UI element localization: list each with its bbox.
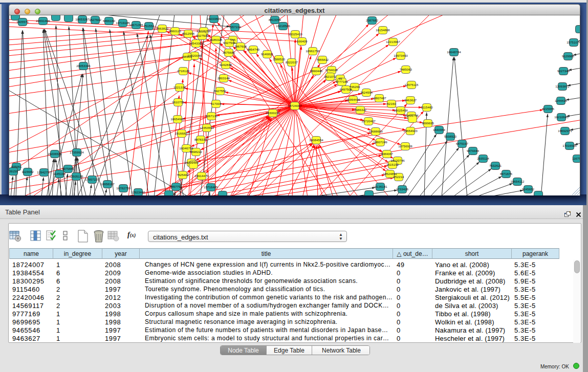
svg-text:252214: 252214	[394, 175, 404, 179]
svg-text:9115460: 9115460	[421, 105, 433, 109]
svg-text:9463627: 9463627	[404, 98, 417, 102]
svg-text:10719185: 10719185	[116, 21, 130, 25]
svg-text:19692971: 19692971	[558, 129, 572, 133]
svg-text:25495796: 25495796	[404, 114, 419, 117]
svg-text:7632621: 7632621	[489, 164, 502, 167]
svg-text:9327505: 9327505	[196, 34, 209, 37]
svg-text:9227349: 9227349	[557, 69, 570, 73]
svg-text:10543382: 10543382	[189, 41, 203, 45]
svg-text:39159: 39159	[9, 169, 18, 173]
svg-text:9242848: 9242848	[220, 63, 232, 67]
svg-text:1733426: 1733426	[396, 187, 409, 191]
svg-text:12505135: 12505135	[69, 174, 83, 178]
svg-text:14136141: 14136141	[373, 185, 387, 188]
svg-text:8990448: 8990448	[310, 69, 323, 73]
svg-text:98901: 98901	[183, 55, 192, 58]
svg-text:9474444: 9474444	[467, 149, 480, 152]
svg-text:20364436: 20364436	[346, 98, 360, 101]
svg-text:15751074: 15751074	[567, 40, 580, 44]
svg-text:6497508: 6497508	[340, 87, 353, 91]
svg-text:8698222: 8698222	[190, 150, 203, 154]
svg-text:6479197: 6479197	[456, 142, 469, 145]
svg-text:15716485: 15716485	[204, 185, 218, 189]
svg-text:20206536: 20206536	[48, 152, 62, 156]
svg-text:14099489: 14099489	[184, 161, 199, 164]
svg-text:16654965: 16654965	[170, 117, 185, 121]
svg-text:16782759: 16782759	[116, 186, 130, 190]
svg-text:10958107: 10958107	[100, 182, 115, 186]
svg-text:1615152: 1615152	[386, 163, 399, 166]
svg-text:417004: 417004	[211, 102, 222, 105]
svg-text:17957225: 17957225	[85, 178, 99, 181]
svg-text:1405571: 1405571	[16, 20, 29, 24]
svg-text:18807249: 18807249	[373, 140, 387, 144]
svg-text:10756928: 10756928	[398, 144, 412, 148]
svg-text:23226058: 23226058	[197, 29, 211, 33]
svg-text:9146821: 9146821	[261, 52, 274, 56]
svg-text:10688609: 10688609	[368, 129, 383, 133]
svg-text:8813054: 8813054	[269, 18, 281, 21]
svg-text:2867608: 2867608	[234, 45, 247, 48]
svg-text:7485063: 7485063	[400, 68, 412, 71]
svg-text:7955812: 7955812	[316, 58, 329, 61]
svg-text:18724007: 18724007	[288, 104, 302, 107]
svg-text:10973493: 10973493	[394, 54, 408, 57]
svg-text:16046798: 16046798	[179, 146, 193, 150]
svg-text:10653267: 10653267	[75, 17, 90, 21]
svg-text:17359924: 17359924	[70, 150, 84, 154]
svg-text:9699695: 9699695	[422, 121, 434, 125]
svg-text:166409: 166409	[297, 39, 308, 43]
svg-text:12942757: 12942757	[37, 170, 51, 174]
svg-text:9129966: 9129966	[562, 54, 575, 58]
svg-text:20053346: 20053346	[76, 64, 91, 68]
svg-text:1145194: 1145194	[53, 172, 66, 176]
svg-text:1610755: 1610755	[172, 100, 185, 104]
svg-text:10961758: 10961758	[306, 49, 320, 53]
svg-text:6794028: 6794028	[325, 68, 338, 72]
svg-text:13325419: 13325419	[288, 32, 302, 36]
svg-text:10807487: 10807487	[372, 96, 386, 100]
svg-text:10025458: 10025458	[394, 108, 408, 112]
svg-text:1221338: 1221338	[173, 85, 186, 89]
svg-text:3624554: 3624554	[360, 91, 373, 94]
svg-text:8427552: 8427552	[214, 89, 227, 93]
svg-text:16120746: 16120746	[390, 159, 405, 162]
svg-text:6466160: 6466160	[103, 19, 116, 23]
svg-text:16648784: 16648784	[447, 50, 461, 54]
svg-text:2935114: 2935114	[477, 157, 489, 160]
svg-text:3267130: 3267130	[205, 114, 218, 118]
svg-text:12975115: 12975115	[404, 83, 419, 86]
svg-text:7663822: 7663822	[156, 27, 169, 30]
svg-text:1588520: 1588520	[273, 57, 286, 61]
svg-text:20691406: 20691406	[36, 19, 50, 23]
svg-text:8878334: 8878334	[194, 138, 207, 141]
svg-text:15720407: 15720407	[361, 119, 376, 123]
svg-text:19384554: 19384554	[309, 138, 323, 142]
svg-text:12353594: 12353594	[200, 126, 214, 129]
svg-text:8186328: 8186328	[210, 38, 223, 41]
svg-text:2087682: 2087682	[366, 18, 379, 22]
svg-text:12923446: 12923446	[131, 190, 145, 194]
svg-text:9245652: 9245652	[522, 187, 535, 191]
svg-text:835061: 835061	[11, 165, 22, 168]
svg-text:3660123: 3660123	[169, 29, 182, 33]
svg-text:8322037: 8322037	[286, 60, 298, 64]
svg-text:751552: 751552	[144, 24, 155, 28]
svg-text:9975886: 9975886	[62, 167, 75, 170]
svg-text:16033809: 16033809	[207, 17, 221, 20]
svg-text:9327508: 9327508	[223, 41, 236, 45]
svg-text:9457791: 9457791	[170, 185, 183, 188]
svg-text:19166827: 19166827	[175, 132, 189, 135]
svg-text:7357224: 7357224	[229, 25, 242, 29]
svg-text:1640954: 1640954	[433, 128, 446, 132]
svg-text:62160: 62160	[387, 102, 396, 105]
svg-text:12213967: 12213967	[386, 40, 400, 43]
svg-text:2718129: 2718129	[177, 69, 190, 73]
svg-text:1527602: 1527602	[89, 18, 102, 21]
svg-text:2803144: 2803144	[217, 76, 230, 80]
svg-text:5938923: 5938923	[444, 135, 457, 138]
svg-text:8912954: 8912954	[182, 32, 195, 35]
svg-text:17016504: 17016504	[562, 144, 577, 147]
svg-text:16914479: 16914479	[194, 174, 209, 178]
svg-text:9084067: 9084067	[381, 152, 394, 156]
